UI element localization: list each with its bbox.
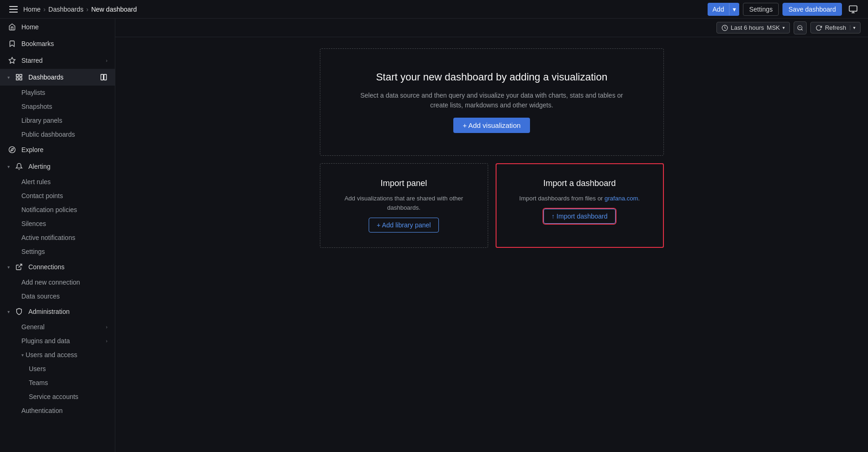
time-range-label: Last 6 hours (731, 24, 764, 31)
sidebar-item-alerting-settings[interactable]: Settings (0, 245, 115, 259)
users-access-caret: ▾ (21, 352, 24, 358)
grid-icon (14, 73, 24, 82)
add-dropdown-button[interactable]: ▾ (729, 3, 739, 15)
refresh-dropdown-arrow[interactable]: ▾ (850, 25, 855, 30)
svg-rect-6 (16, 78, 19, 80)
import-dashboard-desc-after: . (638, 195, 640, 202)
sidebar-panel-toggle[interactable] (100, 73, 107, 81)
sidebar-item-users-and-access[interactable]: ▾ Users and access (0, 348, 115, 362)
svg-rect-9 (104, 74, 106, 80)
monitor-icon[interactable] (846, 2, 861, 17)
sidebar-item-starred[interactable]: Starred › (0, 52, 115, 69)
sidebar-item-plugins-and-data[interactable]: Plugins and data › (0, 334, 115, 348)
hamburger-menu[interactable] (7, 4, 20, 14)
sidebar-item-notification-policies-label: Notification policies (21, 206, 77, 213)
sidebar-item-home-label: Home (21, 23, 39, 31)
sidebar-item-silences-label: Silences (21, 220, 46, 227)
sidebar-item-contact-points-label: Contact points (21, 192, 63, 199)
bookmark-icon (7, 39, 17, 48)
add-library-panel-button[interactable]: + Add library panel (369, 218, 438, 233)
sidebar-item-public-dashboards-label: Public dashboards (21, 131, 75, 138)
sidebar-item-bookmarks-label: Bookmarks (21, 40, 54, 47)
sidebar-item-alert-rules[interactable]: Alert rules (0, 175, 115, 189)
import-dashboard-description: Import dashboards from files or grafana.… (519, 194, 640, 203)
topnav: Home › Dashboards › New dashboard Add ▾ … (0, 0, 868, 19)
sidebar-item-alert-rules-label: Alert rules (21, 178, 51, 186)
sidebar-item-plugins-and-data-label: Plugins and data (21, 337, 70, 345)
administration-caret: ▾ (7, 309, 10, 314)
sidebar-item-snapshots[interactable]: Snapshots (0, 100, 115, 113)
sidebar-item-teams[interactable]: Teams (0, 376, 115, 390)
import-dashboard-button[interactable]: ↑ Import dashboard (543, 209, 616, 224)
breadcrumb: Home › Dashboards › New dashboard (23, 6, 137, 13)
topnav-left: Home › Dashboards › New dashboard (7, 4, 704, 14)
main-content: Last 6 hours MSK ▾ Refresh ▾ Start y (115, 19, 868, 452)
svg-rect-4 (16, 74, 19, 77)
shield-icon (14, 307, 24, 316)
add-visualization-button[interactable]: + Add visualization (453, 118, 530, 133)
sidebar-item-users-label: Users (29, 365, 46, 372)
svg-point-10 (9, 146, 15, 153)
sidebar-item-library-panels[interactable]: Library panels (0, 113, 115, 127)
refresh-icon (815, 25, 822, 31)
sidebar-item-administration[interactable]: ▾ Administration (0, 303, 115, 320)
zoom-out-button[interactable] (794, 21, 807, 34)
topnav-right: Add ▾ Settings Save dashboard (708, 2, 861, 17)
sidebar-item-authentication[interactable]: Authentication (0, 404, 115, 418)
sidebar-item-silences[interactable]: Silences (0, 217, 115, 231)
connections-caret: ▾ (7, 265, 10, 270)
time-range-picker[interactable]: Last 6 hours MSK ▾ (716, 22, 790, 33)
sidebar-item-bookmarks[interactable]: Bookmarks (0, 35, 115, 52)
sidebar-item-data-sources[interactable]: Data sources (0, 289, 115, 303)
import-panel-description: Add visualizations that are shared with … (331, 194, 477, 212)
sidebar-item-alerting[interactable]: ▾ Alerting (0, 158, 115, 175)
sidebar-item-service-accounts-label: Service accounts (29, 393, 79, 400)
sidebar-item-add-new-connection[interactable]: Add new connection (0, 275, 115, 289)
svg-rect-0 (849, 6, 857, 11)
plugins-arrow: › (106, 339, 107, 344)
add-button[interactable]: Add (708, 3, 729, 16)
svg-rect-5 (20, 74, 22, 77)
sidebar-item-general[interactable]: General › (0, 320, 115, 334)
clock-icon (722, 25, 728, 31)
svg-line-12 (19, 264, 22, 267)
svg-marker-11 (11, 148, 13, 151)
home-icon (7, 22, 17, 32)
sidebar: Home Bookmarks Starred › ▾ (0, 19, 115, 452)
add-visualization-title: Start your new dashboard by adding a vis… (376, 71, 608, 83)
grafana-link[interactable]: grafana.com (604, 195, 638, 202)
sidebar-item-connections[interactable]: ▾ Connections (0, 259, 115, 275)
sidebar-item-active-notifications-label: Active notifications (21, 234, 75, 241)
add-visualization-description: Select a data source and then query and … (357, 91, 627, 110)
breadcrumb-home[interactable]: Home (23, 6, 40, 13)
settings-button[interactable]: Settings (743, 3, 779, 16)
sidebar-item-contact-points[interactable]: Contact points (0, 189, 115, 203)
sidebar-item-users[interactable]: Users (0, 362, 115, 376)
sidebar-item-notification-policies[interactable]: Notification policies (0, 203, 115, 217)
import-cards-row: Import panel Add visualizations that are… (320, 163, 664, 248)
layout: Home Bookmarks Starred › ▾ (0, 19, 868, 452)
breadcrumb-current: New dashboard (91, 6, 137, 13)
save-dashboard-button[interactable]: Save dashboard (782, 3, 842, 16)
sidebar-item-add-new-connection-label: Add new connection (21, 279, 80, 286)
sidebar-item-public-dashboards[interactable]: Public dashboards (0, 127, 115, 141)
import-panel-card: Import panel Add visualizations that are… (320, 163, 488, 248)
sidebar-item-dashboards-label: Dashboards (28, 73, 64, 81)
sidebar-item-service-accounts[interactable]: Service accounts (0, 390, 115, 404)
add-visualization-card: Start your new dashboard by adding a vis… (320, 48, 664, 156)
sidebar-item-general-label: General (21, 323, 45, 331)
sidebar-item-playlists[interactable]: Playlists (0, 86, 115, 100)
sidebar-item-alerting-label: Alerting (28, 163, 50, 170)
breadcrumb-dashboards[interactable]: Dashboards (48, 6, 84, 13)
sidebar-item-data-sources-label: Data sources (21, 292, 60, 300)
sidebar-item-home[interactable]: Home (0, 19, 115, 35)
sidebar-item-dashboards[interactable]: ▾ Dashboards (0, 69, 115, 86)
breadcrumb-sep-2: › (86, 6, 89, 13)
import-panel-title: Import panel (380, 179, 427, 188)
refresh-button[interactable]: Refresh ▾ (810, 22, 861, 33)
svg-rect-7 (20, 78, 22, 80)
starred-chevron: › (106, 58, 107, 63)
sidebar-item-active-notifications[interactable]: Active notifications (0, 231, 115, 245)
dashboard-empty-state: Start your new dashboard by adding a vis… (115, 37, 868, 452)
sidebar-item-explore[interactable]: Explore (0, 141, 115, 158)
